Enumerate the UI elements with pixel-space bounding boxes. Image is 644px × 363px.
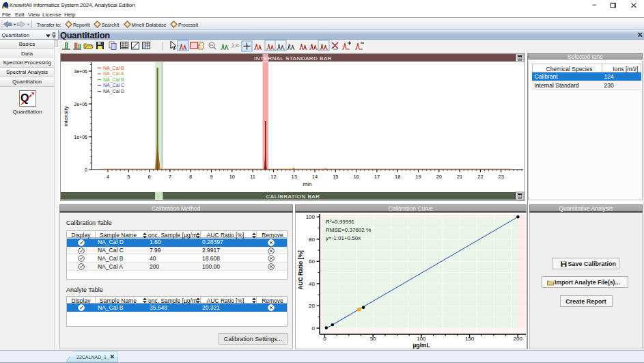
svg-text:NA_Cal B: NA_Cal B (103, 77, 124, 83)
svg-text:8: 8 (189, 174, 192, 180)
svg-text:12: 12 (270, 174, 276, 180)
svg-text:3e+06: 3e+06 (74, 69, 87, 74)
svg-text:16: 16 (353, 174, 359, 180)
svg-text:40: 40 (309, 281, 315, 287)
svg-text:1e+06: 1e+06 (74, 135, 87, 139)
svg-text:18: 18 (395, 174, 400, 180)
svg-text:2e+06: 2e+06 (74, 102, 87, 107)
svg-text:INTERNAL STANDARD BAR: INTERNAL STANDARD BAR (254, 55, 332, 62)
svg-text:60: 60 (309, 258, 315, 265)
svg-text:intensity: intensity (63, 106, 69, 126)
svg-text:20: 20 (436, 174, 442, 180)
svg-text:11: 11 (250, 174, 255, 180)
svg-text:R²=0.99991: R²=0.99991 (326, 219, 355, 225)
svg-text:0: 0 (323, 336, 326, 342)
svg-text:100: 100 (306, 214, 316, 220)
svg-text:NA_Cal A: NA_Cal A (103, 71, 124, 77)
svg-text:y=-1.01+0.50x: y=-1.01+0.50x (326, 235, 361, 241)
svg-text:6: 6 (148, 174, 151, 180)
svg-text:200: 200 (514, 336, 523, 342)
svg-text:4: 4 (107, 174, 109, 180)
svg-text:20: 20 (309, 303, 315, 309)
svg-text:150: 150 (465, 336, 475, 342)
svg-text:NA_Cal C: NA_Cal C (103, 83, 124, 88)
svg-text:100: 100 (417, 336, 426, 342)
svg-text:5: 5 (127, 174, 130, 180)
svg-text:80: 80 (309, 237, 315, 243)
svg-text:13: 13 (292, 174, 297, 180)
svg-text:9: 9 (210, 174, 212, 180)
svg-text:AUC Ratio [%]: AUC Ratio [%] (297, 250, 304, 290)
svg-text:10: 10 (229, 174, 235, 180)
svg-text:50: 50 (370, 336, 376, 342)
svg-text:23: 23 (499, 174, 504, 180)
svg-text:15: 15 (333, 174, 338, 180)
svg-text:14: 14 (312, 174, 318, 180)
svg-text:min: min (303, 181, 312, 187)
svg-text:17: 17 (374, 174, 380, 180)
svg-text:0: 0 (312, 325, 316, 332)
svg-text:µg/mL: µg/mL (412, 342, 430, 349)
svg-text:7: 7 (169, 174, 171, 180)
svg-text:RMSE=0.37602 %: RMSE=0.37602 % (326, 227, 371, 233)
svg-text:21: 21 (457, 174, 462, 180)
svg-text:NA_Cal B: NA_Cal B (103, 66, 124, 71)
svg-text:19: 19 (415, 174, 421, 180)
svg-text:NA_Cal D: NA_Cal D (103, 89, 124, 94)
svg-text:22: 22 (477, 174, 483, 180)
svg-text:CALIBRATION BAR: CALIBRATION BAR (266, 193, 320, 200)
svg-text:λ≋: λ≋ (232, 42, 240, 49)
svg-text:22CALNAD_1_: 22CALNAD_1_ (76, 355, 109, 360)
svg-text:0: 0 (85, 167, 87, 172)
